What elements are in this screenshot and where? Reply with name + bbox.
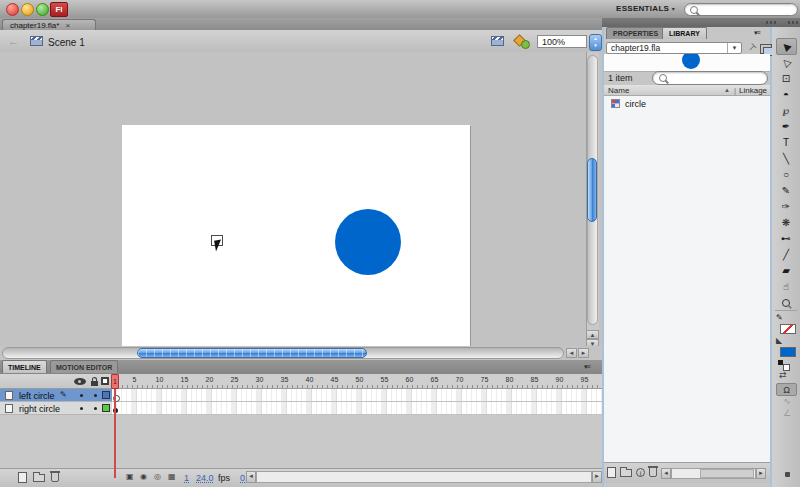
- timeline-scroll-left-button[interactable]: ◄: [246, 471, 256, 483]
- lasso-tool[interactable]: ℘: [774, 104, 798, 119]
- new-layer-button[interactable]: [18, 472, 27, 483]
- blue-circle-shape[interactable]: [335, 209, 401, 275]
- app-search-input[interactable]: [684, 3, 798, 16]
- library-document-select[interactable]: chapter19.fla▼: [606, 42, 742, 54]
- layer-outline-color-swatch[interactable]: [102, 404, 110, 412]
- workspace-switcher[interactable]: ESSENTIALS ▾: [616, 3, 675, 15]
- layer-page-icon: [5, 391, 13, 400]
- layer-visible-dot[interactable]: [80, 407, 83, 410]
- library-item-list[interactable]: circle: [604, 96, 770, 462]
- subselection-tool[interactable]: ▷: [774, 56, 798, 71]
- straighten-button[interactable]: ∠: [778, 408, 796, 419]
- timeline-frame-ruler[interactable]: 5101520253035404550556065707580859095: [112, 374, 602, 389]
- stage-pasteboard[interactable]: [0, 52, 602, 346]
- timeline-scroll-track[interactable]: [256, 471, 592, 483]
- layer-frames-left-circle[interactable]: [112, 389, 602, 402]
- eyedropper-tool[interactable]: ╱: [774, 248, 798, 263]
- stage-zoom-input[interactable]: 100%: [537, 35, 587, 48]
- scroll-right-button[interactable]: ►: [578, 348, 589, 358]
- zoom-stepper[interactable]: ▲▼: [589, 34, 602, 51]
- hand-tool[interactable]: ☝: [774, 280, 798, 295]
- oval-tool[interactable]: ○: [774, 168, 798, 183]
- fill-color-swatch[interactable]: [780, 347, 796, 357]
- vertical-scroll-thumb[interactable]: [587, 158, 597, 222]
- selection-tool[interactable]: ▶: [774, 40, 798, 55]
- scroll-up-button[interactable]: ▲: [586, 330, 599, 339]
- edit-symbols-button[interactable]: [514, 35, 530, 48]
- minimize-window-button[interactable]: [21, 3, 34, 16]
- tab-motion-editor[interactable]: MOTION EDITOR: [50, 360, 118, 373]
- close-window-button[interactable]: [6, 3, 19, 16]
- layer-frames-right-circle[interactable]: [112, 402, 602, 415]
- tab-library[interactable]: LIBRARY: [662, 27, 707, 39]
- scene-name[interactable]: Scene 1: [48, 37, 85, 48]
- library-panel-menu-icon[interactable]: ▾≡: [754, 29, 760, 37]
- eraser-tool[interactable]: ▰: [774, 264, 798, 279]
- tab-properties[interactable]: PROPERTIES: [606, 27, 665, 39]
- text-tool[interactable]: T: [774, 136, 798, 151]
- scene-clapboard-icon: [30, 36, 43, 46]
- zoom-tool[interactable]: [774, 296, 798, 311]
- layer-unlocked-dot[interactable]: [94, 407, 97, 410]
- library-scroll-left-button[interactable]: ◄: [661, 468, 671, 479]
- back-arrow-icon[interactable]: ←: [8, 36, 19, 46]
- brush-tool[interactable]: ✑: [774, 200, 798, 215]
- document-tab[interactable]: chapter19.fla*×: [2, 19, 96, 30]
- new-symbol-button[interactable]: [607, 467, 616, 478]
- pencil-tool[interactable]: ✎: [774, 184, 798, 199]
- library-search-input[interactable]: [652, 71, 768, 85]
- playhead[interactable]: 1: [111, 374, 119, 389]
- free-transform-tool[interactable]: ⊡: [774, 72, 798, 87]
- library-delete-button[interactable]: [649, 467, 657, 477]
- search-icon: [690, 6, 698, 14]
- chevron-down-icon[interactable]: ▼: [727, 43, 741, 53]
- layer-unlocked-dot[interactable]: [94, 394, 97, 397]
- new-folder-button[interactable]: [33, 474, 45, 482]
- pencil-tool-icon: ✎: [782, 184, 790, 198]
- close-document-icon[interactable]: ×: [65, 21, 70, 30]
- frame-rate-value[interactable]: 24.0: [196, 473, 214, 483]
- list-item-circle[interactable]: circle: [604, 97, 770, 110]
- layer-row-right-circle[interactable]: right circle: [0, 402, 112, 415]
- horizontal-scroll-thumb[interactable]: [137, 348, 367, 358]
- ruler-number-25: 25: [227, 376, 243, 383]
- timeline-panel-menu-icon[interactable]: ▾≡: [584, 363, 590, 371]
- new-library-panel-icon[interactable]: [760, 44, 772, 54]
- layer-row-left-circle[interactable]: left circle ✎: [0, 389, 112, 402]
- edit-multiple-frames-icon[interactable]: ▦: [168, 472, 176, 482]
- deco-spray-tool[interactable]: ❋: [774, 216, 798, 231]
- bone-tool[interactable]: ⊷: [774, 232, 798, 247]
- library-new-folder-button[interactable]: [620, 469, 632, 477]
- outline-square-icon[interactable]: [101, 377, 109, 385]
- swap-colors-icon[interactable]: ⇄: [779, 370, 787, 380]
- stroke-color-swatch[interactable]: [780, 324, 796, 334]
- panel-resize-grip[interactable]: [785, 472, 790, 477]
- tab-timeline[interactable]: TIMELINE: [2, 360, 47, 373]
- 3d-rotation-tool[interactable]: ◓: [774, 88, 798, 103]
- scroll-left-button[interactable]: ◄: [566, 348, 577, 358]
- visibility-eye-icon[interactable]: [74, 378, 86, 385]
- delete-layer-button[interactable]: [51, 472, 59, 482]
- edit-scene-button[interactable]: [491, 36, 504, 46]
- onion-skin-icon[interactable]: ◉: [140, 472, 147, 482]
- stage-canvas[interactable]: [122, 125, 470, 346]
- smooth-button[interactable]: ∿: [778, 396, 796, 407]
- item-properties-button[interactable]: i: [636, 468, 645, 477]
- library-scroll-thumb[interactable]: [700, 469, 754, 478]
- panel-drag-grip[interactable]: [766, 21, 776, 24]
- line-tool[interactable]: ╲: [774, 152, 798, 167]
- snap-to-objects-button[interactable]: Ω: [776, 383, 797, 396]
- zoom-window-button[interactable]: [36, 3, 49, 16]
- lock-icon[interactable]: [91, 381, 98, 386]
- library-list-header[interactable]: Name ▲ | Linkage: [604, 85, 770, 96]
- center-frame-icon[interactable]: ▣: [126, 472, 134, 482]
- current-frame-value[interactable]: 1: [184, 473, 189, 483]
- layer-visible-dot[interactable]: [80, 394, 83, 397]
- onion-skin-outlines-icon[interactable]: ◎: [154, 472, 161, 482]
- pen-tool[interactable]: ✒: [774, 120, 798, 135]
- library-scroll-right-button[interactable]: ►: [756, 468, 766, 479]
- layer-outline-color-swatch[interactable]: [102, 391, 110, 399]
- brush-tool-icon: ✑: [782, 200, 790, 214]
- timeline-scroll-right-button[interactable]: ►: [592, 471, 602, 483]
- panel-drag-grip[interactable]: [788, 21, 798, 24]
